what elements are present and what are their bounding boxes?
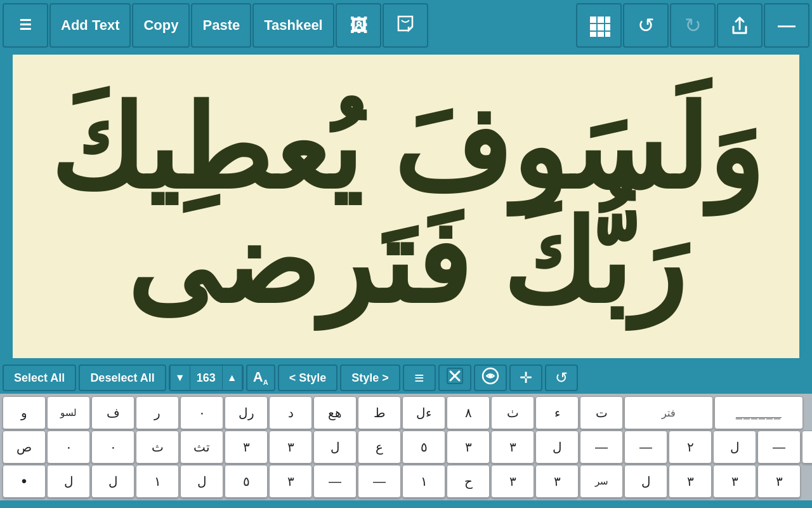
arabic-calligraphy: وَلَسَوفَ يُعطِيكَ رَبُّكَ فَتَرضى (13, 92, 799, 321)
copy-button[interactable]: Copy (132, 3, 190, 48)
key-one2[interactable]: ١ (402, 465, 445, 498)
key-three2[interactable]: ٣ (269, 431, 312, 464)
delete-button[interactable] (438, 364, 471, 391)
key-sad[interactable]: ص (3, 431, 46, 464)
deselect-all-button[interactable]: Deselect All (79, 364, 166, 391)
canvas-area: وَلَسَوفَ يُعطِيكَ رَبُّكَ فَتَرضى (0, 51, 812, 362)
keyboard-area: و لسو ف ر ٠ رل د هع ط ءل ٨ ٺ ء ت فتر ___… (0, 394, 812, 500)
align-icon: ≡ (414, 368, 424, 388)
key-dal[interactable]: د (269, 396, 312, 429)
bottom-controls: Select All Deselect All ▼ 163 ▲ AA < Sty… (0, 362, 812, 394)
key-five2[interactable]: ٥ (225, 465, 268, 498)
key-zero[interactable]: ٠ (180, 396, 223, 429)
key-lam7[interactable]: ل (180, 465, 223, 498)
key-one[interactable]: ١ (136, 465, 179, 498)
size-control: ▼ 163 ▲ (169, 364, 244, 391)
key-lam6[interactable]: ل (91, 465, 134, 498)
key-five[interactable]: ٥ (402, 431, 445, 464)
key-bullet[interactable]: • (3, 465, 46, 498)
key-dash1[interactable]: — (580, 431, 623, 464)
key-tha[interactable]: ث (136, 431, 179, 464)
key-dash3[interactable]: — (757, 431, 801, 464)
add-text-button[interactable]: Add Text (49, 3, 131, 48)
toolbar-right: ↺ ↻ — (576, 3, 809, 48)
key-lam3[interactable]: ل (713, 431, 756, 464)
key-eight[interactable]: ٨ (447, 396, 490, 429)
size-decrease-button[interactable]: ▼ (170, 364, 190, 391)
rotate-button[interactable]: ↺ (545, 364, 578, 391)
style-prev-button[interactable]: < Style (278, 364, 338, 391)
font-button[interactable]: AA (246, 364, 275, 391)
key-three1[interactable]: ٣ (225, 431, 268, 464)
align-button[interactable]: ≡ (403, 364, 436, 391)
minimize-button[interactable]: — (764, 3, 809, 48)
key-rl[interactable]: رل (225, 396, 268, 429)
key-ayn[interactable]: ع (358, 431, 401, 464)
share-button[interactable] (717, 3, 763, 48)
svg-rect-7 (598, 32, 604, 37)
key-hamza[interactable]: ء (535, 396, 579, 429)
move-button[interactable]: ✛ (509, 364, 542, 391)
key-wa[interactable]: و (3, 396, 46, 429)
svg-rect-5 (605, 24, 610, 30)
key-ha[interactable]: ح (447, 465, 490, 498)
key-lasw[interactable]: لسو (47, 396, 90, 429)
key-lam5[interactable]: ل (47, 465, 90, 498)
key-ta[interactable]: ط (358, 396, 401, 429)
key-hamza-lam[interactable]: ءل (402, 396, 445, 429)
key-lam4[interactable]: ل (802, 431, 812, 464)
key-two[interactable]: ٢ (669, 431, 712, 464)
key-lam8[interactable]: ل (624, 465, 667, 498)
image-icon: 🖼 (350, 15, 367, 36)
key-fa[interactable]: ف (91, 396, 134, 429)
stamp-button[interactable] (383, 3, 428, 48)
delete-icon (446, 367, 464, 389)
menu-button[interactable]: ☰ (3, 3, 48, 48)
key-lam[interactable]: ل (313, 431, 357, 464)
rotate-icon: ↺ (555, 369, 568, 387)
key-three3[interactable]: ٣ (447, 431, 490, 464)
key-ta2[interactable]: ت (580, 396, 623, 429)
key-row-3: • ل ل ١ ل ٥ ٣ — — ١ ح ٣ ٣ سر ل ٣ ٣ ٣ (3, 465, 812, 498)
key-dash4[interactable]: — (313, 465, 357, 498)
grid-button[interactable] (576, 3, 622, 48)
key-row-2: ص ٠ ٠ ث تث ٣ ٣ ل ع ٥ ٣ ٣ ل — — ٢ ل — ل (3, 431, 812, 464)
rubber-stamp-icon (481, 366, 500, 389)
key-lam2[interactable]: ل (535, 431, 579, 464)
key-hayn[interactable]: هع (313, 396, 357, 429)
paste-button[interactable]: Paste (191, 3, 251, 48)
svg-rect-3 (590, 24, 596, 30)
key-three10[interactable]: ٣ (757, 465, 801, 498)
key-three6[interactable]: ٣ (491, 465, 534, 498)
tashkeel-button[interactable]: Tashkeel (252, 3, 334, 48)
undo-button[interactable]: ↺ (623, 3, 669, 48)
key-dot2[interactable]: ٠ (91, 431, 134, 464)
move-icon: ✛ (520, 369, 532, 387)
key-dot1[interactable]: ٠ (47, 431, 90, 464)
svg-rect-8 (605, 32, 610, 37)
key-fatar[interactable]: فتر (624, 396, 713, 429)
svg-point-13 (488, 374, 492, 378)
stamp-icon (393, 11, 417, 40)
redo-button[interactable]: ↻ (670, 3, 716, 48)
select-all-button[interactable]: Select All (3, 364, 76, 391)
key-underline[interactable]: ______ (714, 396, 803, 429)
key-three7[interactable]: ٣ (535, 465, 579, 498)
key-dash2[interactable]: — (624, 431, 667, 464)
style-next-button[interactable]: Style > (340, 364, 400, 391)
key-ra[interactable]: ر (136, 396, 179, 429)
key-tath[interactable]: تث (180, 431, 223, 464)
rubber-stamp-button[interactable] (474, 364, 507, 391)
key-three5[interactable]: ٣ (269, 465, 312, 498)
key-three4[interactable]: ٣ (491, 431, 534, 464)
font-icon: AA (253, 369, 268, 386)
key-tba[interactable]: ٺ (491, 396, 534, 429)
size-increase-button[interactable]: ▲ (222, 364, 242, 391)
canvas[interactable]: وَلَسَوفَ يُعطِيكَ رَبُّكَ فَتَرضى (13, 55, 799, 358)
image-button[interactable]: 🖼 (336, 3, 381, 48)
key-three8[interactable]: ٣ (669, 465, 712, 498)
key-three9[interactable]: ٣ (713, 465, 756, 498)
key-dash5[interactable]: — (358, 465, 401, 498)
key-row-1: و لسو ف ر ٠ رل د هع ط ءل ٨ ٺ ء ت فتر ___… (3, 396, 812, 429)
key-sin[interactable]: سر (580, 465, 623, 498)
